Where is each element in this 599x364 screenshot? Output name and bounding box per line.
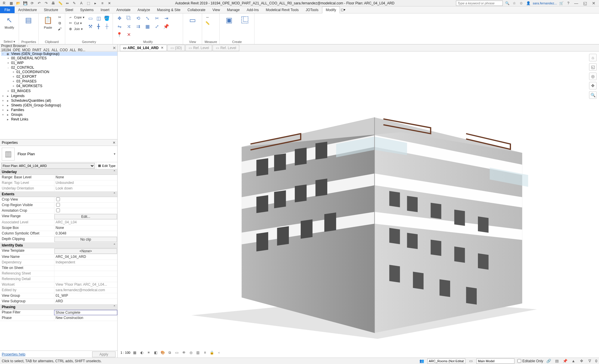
favorites-icon[interactable]: ✩ <box>519 1 524 6</box>
view-tab[interactable]: ▭ Ref. Level <box>213 45 239 51</box>
prop-row[interactable]: Referencing Sheet <box>0 271 117 277</box>
modify-tool-button[interactable]: ↖ Modify <box>2 15 16 30</box>
section-icon[interactable]: ▸ <box>92 1 98 6</box>
view-canvas[interactable]: ⌂ ◱ ◎ ✥ 🔍 1 : 100 ▦ ◐ ☀ ◧ 🎨 ⧉ ▭ 👁 ◎ ▥ ≡ … <box>118 51 599 358</box>
apply-button[interactable]: Apply <box>92 351 116 357</box>
thin-lines-icon[interactable]: ≡ <box>99 1 105 6</box>
tab-modify[interactable]: Modify <box>322 6 340 13</box>
view-button[interactable]: ▭ <box>185 15 199 26</box>
dim-icon[interactable]: ⇔ <box>64 1 70 6</box>
tree-node[interactable]: +01_WIP <box>6 61 117 65</box>
prop-group-header[interactable]: Identity Data⌃ <box>0 243 117 248</box>
view-tab[interactable]: ▭ ARC_04_L04_ARD✕ <box>120 45 167 51</box>
tree-node[interactable]: -02_CONTROL <box>6 65 117 70</box>
tree-node[interactable]: +▸Families <box>1 108 117 112</box>
tree-node[interactable]: +▸Groups <box>1 113 117 117</box>
tab-insert[interactable]: Insert <box>97 6 113 13</box>
prop-checkbox[interactable] <box>56 208 60 212</box>
redo-icon[interactable]: ↷ <box>43 1 49 6</box>
view-tab[interactable]: ▭ {3D} <box>167 45 185 51</box>
editable-only-checkbox[interactable]: Editable Only <box>517 359 543 363</box>
mirror-draw-icon[interactable]: ⤭ <box>125 23 133 30</box>
instance-select[interactable]: Floor Plan: ARC_04_L04_ARD <box>1 163 95 169</box>
select-underlay-icon[interactable]: ▤ <box>554 358 560 364</box>
tab-view[interactable]: View <box>209 6 223 13</box>
prop-row[interactable]: View SubgroupARD <box>0 299 117 304</box>
nav-wheel-icon[interactable]: ◎ <box>589 73 597 80</box>
close-properties-button[interactable]: ✕ <box>113 141 116 145</box>
select-face-icon[interactable]: ▲ <box>571 358 576 364</box>
paint-icon[interactable]: 🪣 <box>103 15 110 22</box>
3d-icon[interactable]: ⬚ <box>85 1 91 6</box>
cope-button[interactable]: ⌐Cope ▾ <box>68 15 85 20</box>
scale-icon[interactable]: ⤢ <box>153 23 161 30</box>
split-icon[interactable]: ✂ <box>153 15 161 22</box>
paste-button[interactable]: 📋 Paste <box>41 15 55 30</box>
view-scale[interactable]: 1 : 100 <box>121 351 130 354</box>
shadows-icon[interactable]: ◧ <box>153 350 159 355</box>
tree-node[interactable]: ▸Revit Links <box>1 117 117 121</box>
prop-row[interactable]: View Template<None> <box>0 248 117 254</box>
prop-checkbox[interactable] <box>56 203 60 207</box>
prop-group-header[interactable]: Phasing⌃ <box>0 304 117 310</box>
mirror-axis-icon[interactable]: ⇋ <box>115 23 123 30</box>
edit-type-button[interactable]: ▦Edit Type <box>96 162 117 169</box>
analytical-icon[interactable]: ≡ <box>202 350 208 355</box>
workset-icon[interactable]: 👥 <box>419 358 424 364</box>
search-input[interactable] <box>456 1 503 6</box>
revit-logo-icon[interactable]: R <box>1 1 7 6</box>
cut-to-clipboard-button[interactable]: ✂ <box>57 15 63 20</box>
visual-style-icon[interactable]: ◐ <box>139 350 144 355</box>
sign-in-icon[interactable]: ☆ <box>512 1 517 6</box>
view-tab[interactable]: ▭ Ref. Level <box>185 45 212 51</box>
measure-icon[interactable]: 📏 <box>57 1 63 6</box>
ribbon-help-icon[interactable]: ▢▾ <box>340 6 346 13</box>
user-name[interactable]: sara.fernandez... <box>533 1 557 5</box>
prop-row[interactable]: Phase FilterShow Complete <box>0 310 117 315</box>
tag-icon[interactable]: ✎ <box>71 1 77 6</box>
properties-button[interactable]: ▤ . <box>21 15 35 30</box>
prop-row[interactable]: Referencing Detail <box>0 277 117 282</box>
crop-visible-icon[interactable]: ▭ <box>174 350 180 355</box>
move-icon[interactable]: ✥ <box>115 15 123 22</box>
create-similar-button[interactable]: ⿺ <box>238 15 252 26</box>
reveal-hidden-icon[interactable]: ◎ <box>188 350 194 355</box>
prop-row[interactable]: DependencyIndependent <box>0 260 117 265</box>
join-button[interactable]: ⊕Join ▾ <box>68 26 85 32</box>
prop-group-header[interactable]: Extents⌃ <box>0 192 117 197</box>
tree-node[interactable]: +03_PHASES <box>12 79 117 83</box>
file-tab[interactable]: File <box>0 6 15 13</box>
demolish-icon[interactable]: ⚒ <box>87 23 94 30</box>
tree-node[interactable]: +02_EXPORT <box>12 75 117 79</box>
prop-row[interactable]: Depth ClippingNo clip <box>0 237 117 243</box>
drag-elements-icon[interactable]: ✥ <box>579 358 584 364</box>
nav-zoom-icon[interactable]: 🔍 <box>589 91 597 99</box>
type-dropdown-icon[interactable]: ▾ <box>114 152 116 156</box>
temp-hide-icon[interactable]: 👁 <box>181 350 187 355</box>
unpin-icon[interactable]: 📍 <box>115 31 123 38</box>
crop-icon[interactable]: ⧉ <box>167 350 173 355</box>
nav-home-icon[interactable]: ⌂ <box>589 54 597 61</box>
constraints-icon[interactable]: 🔒 <box>209 350 215 355</box>
project-browser-tree[interactable]: −◉Views (GEN_Group-Subgroup) +00_GENERAL… <box>0 51 117 139</box>
prop-row[interactable]: Scope BoxNone <box>0 225 117 231</box>
user-icon[interactable]: 👤 <box>526 1 531 6</box>
design-option-select[interactable] <box>476 358 514 364</box>
tab-systems[interactable]: Systems <box>77 6 97 13</box>
open-icon[interactable]: 📂 <box>15 1 21 6</box>
beam-join-icon[interactable]: ╋ <box>95 23 102 30</box>
tree-node[interactable]: +00_GENERAL NOTES <box>6 56 117 60</box>
prop-row[interactable]: View RangeEdit... <box>0 214 117 220</box>
wall-opening-icon[interactable]: ▭ <box>87 15 94 22</box>
tab-structure[interactable]: Structure <box>40 6 62 13</box>
prop-row[interactable]: Associated LevelARC_04_L04 <box>0 220 117 225</box>
save-icon[interactable]: 💾 <box>22 1 28 6</box>
close-view-tab-icon[interactable]: ✕ <box>161 46 163 50</box>
caret-icon[interactable]: ‹ <box>216 350 222 355</box>
prop-row[interactable]: Crop View <box>0 197 117 203</box>
select-links-icon[interactable]: 🔗 <box>546 358 551 364</box>
nav-pan-icon[interactable]: ✥ <box>589 82 597 89</box>
sun-path-icon[interactable]: ☀ <box>146 350 152 355</box>
print-icon[interactable]: 🖶 <box>50 1 56 6</box>
properties-grid[interactable]: Underlay⌃Range: Base LevelNoneRange: Top… <box>0 169 117 351</box>
